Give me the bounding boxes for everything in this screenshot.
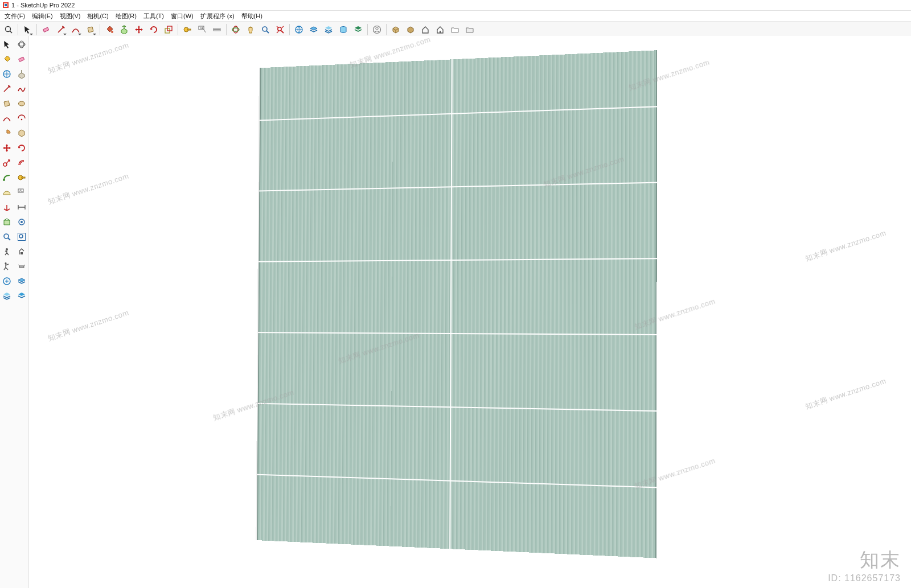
- line-icon[interactable]: [0, 82, 14, 96]
- layers-blue-icon[interactable]: [15, 274, 28, 288]
- zoom-extents-icon[interactable]: [15, 230, 28, 244]
- watermark-text: 知末网 www.znzmo.com: [47, 40, 130, 76]
- scale-red-icon[interactable]: [0, 156, 14, 170]
- protractor-icon[interactable]: [0, 186, 14, 199]
- paint-bucket-icon[interactable]: [0, 52, 14, 66]
- line-icon[interactable]: [54, 23, 68, 36]
- menu-edit[interactable]: 编辑(E): [28, 11, 56, 21]
- toolbar-separator: [386, 24, 387, 35]
- folder-open-icon[interactable]: [448, 23, 462, 36]
- svg-rect-46: [19, 266, 24, 268]
- viewport[interactable]: 知末网 www.znzmo.com 知末网 www.znzmo.com 知末网 …: [29, 36, 911, 588]
- arc-red-icon[interactable]: [0, 112, 14, 125]
- svg-rect-44: [20, 252, 23, 254]
- menu-window[interactable]: 窗口(W): [167, 11, 197, 21]
- rectangle-icon[interactable]: [84, 23, 97, 36]
- house2-icon[interactable]: [433, 23, 447, 36]
- svg-rect-26: [19, 57, 24, 61]
- zoom-extents-icon[interactable]: [273, 23, 287, 36]
- menu-tools[interactable]: 工具(T): [140, 11, 167, 21]
- orbit-icon[interactable]: [15, 38, 28, 51]
- zoom-icon[interactable]: [258, 23, 272, 36]
- select-icon[interactable]: [20, 23, 34, 36]
- eraser-icon[interactable]: [15, 52, 28, 66]
- walk-icon[interactable]: [15, 260, 28, 273]
- svg-point-29: [21, 119, 23, 121]
- pan-icon[interactable]: [244, 23, 257, 36]
- menu-file[interactable]: 文件(F): [1, 11, 28, 21]
- dropdown-caret-icon: [93, 34, 96, 35]
- window-title: 1 - SketchUp Pro 2022: [11, 2, 75, 9]
- scenes-blue-icon[interactable]: [15, 289, 28, 303]
- offset-red-icon[interactable]: [15, 156, 28, 170]
- menu-help[interactable]: 帮助(H): [238, 11, 266, 21]
- box-icon[interactable]: [404, 23, 417, 36]
- move-icon[interactable]: [0, 141, 14, 155]
- freehand-red-icon[interactable]: [15, 82, 28, 96]
- push-pull-large-icon[interactable]: [15, 67, 28, 81]
- watermark-brand: 知末 ID: 1162657173: [828, 547, 901, 583]
- components-icon[interactable]: [0, 67, 14, 81]
- house-icon[interactable]: [418, 23, 432, 36]
- watermark-text: 知末网 www.znzmo.com: [804, 228, 888, 264]
- rotate-icon[interactable]: [147, 23, 161, 36]
- move-icon[interactable]: [132, 23, 146, 36]
- dropdown-caret-icon: [78, 34, 81, 35]
- arc-icon[interactable]: [69, 23, 83, 36]
- user-icon[interactable]: [370, 23, 384, 36]
- svg-rect-23: [440, 31, 441, 33]
- styles-blue-icon[interactable]: [0, 289, 14, 303]
- dim-icon[interactable]: [15, 200, 28, 214]
- push-pull-icon[interactable]: [117, 23, 131, 36]
- look-around-icon[interactable]: [0, 230, 14, 244]
- next-view-icon[interactable]: [15, 245, 28, 258]
- circle-tan-icon[interactable]: [15, 97, 28, 110]
- component-icon[interactable]: [389, 23, 403, 36]
- svg-rect-34: [22, 177, 25, 178]
- scenes-icon[interactable]: [351, 23, 365, 36]
- warehouse-icon[interactable]: [292, 23, 306, 36]
- folder-icon[interactable]: [463, 23, 477, 36]
- rectangle-tan-icon[interactable]: [0, 97, 14, 110]
- svg-point-32: [3, 179, 5, 181]
- watermark-text: 知末网 www.znzmo.com: [47, 307, 130, 343]
- search-icon[interactable]: [2, 23, 15, 36]
- menu-extensions[interactable]: 扩展程序 (x): [197, 11, 238, 21]
- tape-measure-icon[interactable]: [180, 23, 194, 36]
- polygon-tan-icon[interactable]: [15, 126, 28, 140]
- position-camera-icon[interactable]: [0, 260, 14, 273]
- orbit-icon[interactable]: [229, 23, 243, 36]
- rotate-red-icon[interactable]: [15, 141, 28, 155]
- warehouse-blue-icon[interactable]: [0, 274, 14, 288]
- toolbar-separator: [226, 24, 227, 35]
- layers-icon[interactable]: [307, 23, 321, 36]
- tape-measure-icon[interactable]: [15, 171, 28, 184]
- menu-view[interactable]: 视图(V): [56, 11, 84, 21]
- dimension-icon[interactable]: [210, 23, 224, 36]
- axes-red-icon[interactable]: [0, 200, 14, 214]
- select-icon[interactable]: [0, 38, 14, 51]
- styles-icon[interactable]: [337, 23, 350, 36]
- toolbar-separator: [178, 24, 178, 35]
- svg-point-22: [376, 27, 378, 30]
- menu-draw[interactable]: 绘图(R): [112, 11, 140, 21]
- paint-bucket-icon[interactable]: [102, 23, 116, 36]
- pie-icon[interactable]: [0, 126, 14, 140]
- section-icon[interactable]: [0, 215, 14, 229]
- menu-camera[interactable]: 相机(C): [84, 11, 112, 21]
- svg-point-39: [4, 234, 9, 239]
- title-bar: 1 - SketchUp Pro 2022: [0, 0, 911, 11]
- eraser-icon[interactable]: [39, 23, 53, 36]
- svg-text:A1: A1: [19, 189, 23, 192]
- svg-point-6: [111, 31, 113, 33]
- camera-walk-icon[interactable]: [15, 215, 28, 229]
- text-label-icon[interactable]: A1: [195, 23, 209, 36]
- follow-me-icon[interactable]: [0, 171, 14, 184]
- arc2-icon[interactable]: [15, 112, 28, 125]
- text-label-icon[interactable]: A1: [15, 186, 28, 199]
- scale-icon[interactable]: [162, 23, 175, 36]
- toolbar-separator: [36, 24, 37, 35]
- prev-view-icon[interactable]: [0, 245, 14, 258]
- outliner-icon[interactable]: [322, 23, 335, 36]
- svg-rect-10: [187, 29, 191, 30]
